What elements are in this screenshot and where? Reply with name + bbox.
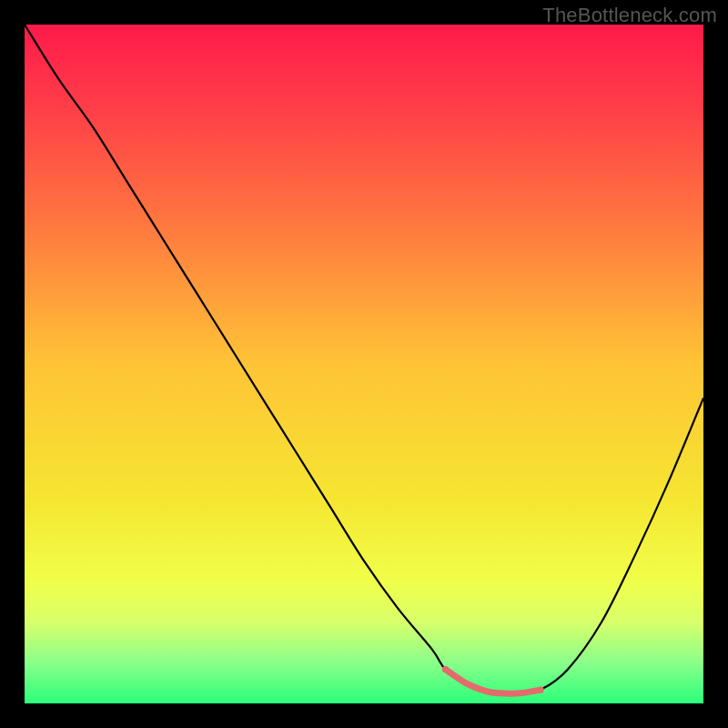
chart-svg bbox=[25, 25, 703, 703]
chart-plot-area bbox=[25, 25, 703, 703]
watermark-text: TheBottleneck.com bbox=[542, 4, 717, 27]
endpoint-dot bbox=[537, 686, 543, 693]
chart-background bbox=[25, 25, 703, 703]
endpoint-dot bbox=[442, 666, 449, 672]
